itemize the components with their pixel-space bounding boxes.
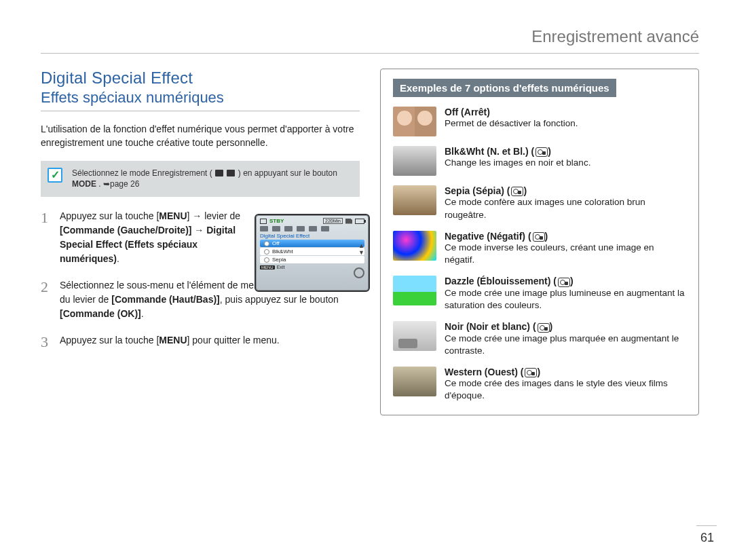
lcd-option-label: Blk&Wht	[272, 248, 293, 255]
effect-name: Negative (Négatif) ()	[445, 231, 686, 242]
effect-desc: Ce mode confère aux images une coloratio…	[445, 196, 686, 221]
time-remaining: 220Min	[323, 218, 343, 224]
effect-picto-icon	[538, 323, 550, 333]
step-number: 2	[41, 278, 53, 296]
step3-text2: ] pour quitter le menu.	[187, 335, 280, 346]
command-ud-label: [Commande (Haut/Bas)]	[111, 294, 219, 305]
lcd-option-bw: Blk&Wht	[260, 248, 364, 255]
precheck-after: ) en appuyant sur le bouton	[238, 168, 337, 178]
menu-key-label: MENU	[159, 210, 187, 221]
effect-negative: Negative (Négatif) () Ce mode inverse le…	[393, 231, 686, 267]
effect-desc: Ce mode crée une image plus lumineuse en…	[445, 287, 686, 312]
command-ok-label: [Commande (OK)]	[60, 308, 141, 319]
lcd-scroll-arrows: ▲▼	[358, 242, 364, 256]
check-icon: ✓	[48, 168, 62, 183]
command-lr-label: [Commande (Gauche/Droite)]	[60, 225, 191, 236]
effect-picto-icon	[511, 187, 523, 196]
effect-picto-icon	[525, 368, 537, 377]
lcd-ok-indicator	[354, 267, 364, 278]
effect-name: Sepia (Sépia) ()	[445, 185, 686, 196]
effect-desc: Ce mode inverse les couleurs, créant une…	[445, 242, 686, 266]
step3-text: Appuyez sur la touche [	[60, 335, 159, 346]
step1-text: Appuyez sur la touche [	[60, 210, 159, 221]
precheck-box: ✓ Sélectionnez le mode Enregistrement ( …	[41, 161, 360, 198]
effect-bw: Blk&Wht (N. et Bl.) () Change les images…	[393, 146, 686, 176]
lcd-icon-row	[260, 226, 364, 231]
lcd-option-label: Sepia	[272, 257, 286, 263]
step2-mid: , puis appuyez sur le bouton	[220, 294, 339, 305]
lcd-option-off: Off	[260, 240, 364, 247]
effect-sepia: Sepia (Sépia) () Ce mode confère aux ima…	[393, 185, 686, 221]
lcd-menu-title: Digital Special Effect	[260, 233, 364, 239]
step-number: 3	[41, 333, 53, 351]
mode-label: MODE	[72, 179, 96, 189]
effect-noir: Noir (Noir et blanc) () Ce mode crée une…	[393, 321, 686, 357]
effect-western: Western (Ouest) () Ce mode crée des imag…	[393, 367, 686, 403]
thumb-off	[393, 107, 436, 136]
step-number: 1	[41, 209, 53, 227]
menu-key-icon: MENU	[260, 265, 275, 269]
effect-picto-icon	[535, 147, 548, 157]
effect-name: Blk&Wht (N. et Bl.) ()	[445, 146, 590, 157]
arrow: →	[191, 225, 206, 236]
effect-desc: Ce mode crée des images dans le style de…	[445, 377, 686, 402]
effect-name: Noir (Noir et blanc) ()	[445, 321, 686, 332]
effects-panel: Exemples de 7 options d'effets numérique…	[380, 69, 699, 415]
thumb-noir	[393, 321, 436, 351]
camera-icon	[227, 170, 235, 176]
lcd-option-label: Off	[272, 240, 280, 246]
lcd-exit: MENUExit	[260, 265, 364, 269]
thumb-sepia	[393, 185, 436, 215]
battery-icon	[355, 219, 364, 224]
intro-text: L'utilisation de la fonction d'effet num…	[41, 122, 360, 150]
thumb-western	[393, 367, 436, 396]
panel-title: Exemples de 7 options d'effets numérique…	[393, 79, 616, 97]
precheck-before: Sélectionnez le mode Enregistrement (	[72, 168, 212, 178]
lcd-screenshot: STBY 220Min Digital Special Effect Off B…	[255, 214, 370, 292]
effect-name: Dazzle (Éblouissement) ()	[445, 276, 686, 286]
menu-key-label: MENU	[159, 335, 187, 346]
effect-dazzle: Dazzle (Éblouissement) () Ce mode crée u…	[393, 276, 686, 312]
step-3: 3 Appuyez sur la touche [MENU] pour quit…	[41, 333, 360, 351]
effect-desc: Ce mode crée une image plus marquée en a…	[445, 333, 686, 357]
breadcrumb: Enregistrement avancé	[41, 27, 699, 50]
stby-label: STBY	[269, 218, 284, 224]
step1-end: .	[117, 253, 119, 264]
effect-picto-icon	[533, 232, 545, 242]
thumb-dazzle	[393, 276, 436, 305]
left-column: Digital Special Effect Effets spéciaux n…	[41, 69, 360, 415]
step2-end: .	[141, 308, 144, 319]
lcd-option-sepia: Sepia	[260, 256, 364, 263]
effect-off: Off (Arrêt) Permet de désactiver la fonc…	[393, 107, 686, 136]
thumb-bw	[393, 146, 436, 176]
precheck-pageref: . ➥page 26	[98, 179, 139, 189]
rec-icon	[260, 219, 267, 224]
page-number: 61	[700, 531, 714, 545]
camcorder-icon	[215, 170, 223, 176]
step1-text2: ] → levier de	[187, 210, 241, 221]
effect-picto-icon	[558, 278, 570, 287]
sd-icon	[345, 219, 352, 224]
thumb-negative	[393, 231, 436, 261]
footer-divider	[696, 525, 717, 526]
effect-name: Western (Ouest) ()	[445, 367, 686, 377]
section-title-fr: Effets spéciaux numériques	[41, 89, 360, 111]
exit-label: Exit	[277, 265, 285, 269]
section-title-en: Digital Special Effect	[41, 69, 360, 88]
effect-desc: Change les images en noir et blanc.	[445, 157, 590, 169]
effect-desc: Permet de désactiver la fonction.	[445, 117, 578, 130]
effect-name: Off (Arrêt)	[445, 107, 578, 117]
divider	[41, 53, 699, 54]
